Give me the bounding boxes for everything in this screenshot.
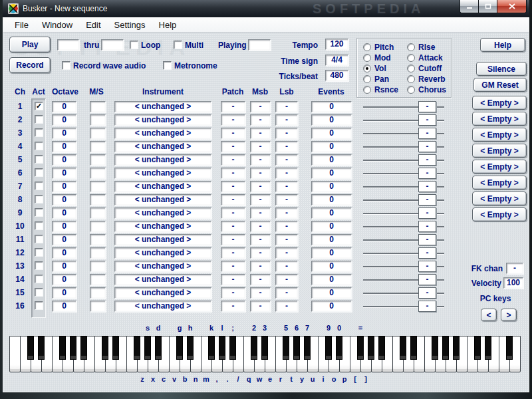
- instrument-field-ch9[interactable]: < unchanged >: [114, 207, 211, 219]
- octave-field-ch10[interactable]: 0: [52, 221, 76, 232]
- black-key-46[interactable]: [506, 336, 513, 360]
- ms-field-ch12[interactable]: [90, 247, 106, 259]
- ms-field-ch14[interactable]: [90, 274, 106, 285]
- black-key-25[interactable]: [283, 336, 289, 360]
- instrument-field-ch15[interactable]: < unchanged >: [114, 287, 211, 299]
- empty-slot-button-6[interactable]: < Empty >: [472, 176, 527, 190]
- fk-chan-field[interactable]: -: [506, 263, 523, 274]
- radio-chorus[interactable]: [407, 86, 415, 94]
- black-key-22[interactable]: [251, 336, 257, 360]
- octave-field-ch3[interactable]: 0: [52, 128, 76, 139]
- black-key-32[interactable]: [357, 336, 364, 360]
- ms-field-ch1[interactable]: [90, 101, 106, 112]
- controller-slider-thumb-ch12[interactable]: -: [418, 247, 436, 259]
- act-checkbox-ch6[interactable]: [35, 168, 43, 177]
- instrument-field-ch5[interactable]: < unchanged >: [114, 154, 211, 166]
- empty-slot-button-3[interactable]: < Empty >: [472, 128, 527, 142]
- act-checkbox-ch8[interactable]: [35, 195, 43, 203]
- black-key-41[interactable]: [453, 336, 460, 360]
- radio-pan[interactable]: [363, 75, 371, 83]
- act-checkbox-ch16[interactable]: [35, 301, 43, 310]
- act-checkbox-ch11[interactable]: [35, 235, 43, 243]
- minimize-button[interactable]: [460, 0, 478, 13]
- ms-field-ch4[interactable]: [90, 141, 106, 152]
- black-key-5[interactable]: [70, 336, 76, 360]
- pc-keys-prev-button[interactable]: <: [481, 309, 497, 321]
- controller-slider-thumb-ch10[interactable]: -: [418, 221, 436, 232]
- octave-field-ch1[interactable]: 0: [52, 101, 76, 112]
- radio-mod[interactable]: [363, 54, 371, 62]
- black-key-23[interactable]: [261, 336, 268, 360]
- black-key-37[interactable]: [410, 336, 417, 360]
- black-key-8[interactable]: [102, 336, 108, 360]
- black-key-15[interactable]: [176, 336, 183, 360]
- instrument-field-ch12[interactable]: < unchanged >: [114, 247, 211, 259]
- record-button[interactable]: Record: [9, 57, 51, 73]
- octave-field-ch4[interactable]: 0: [52, 141, 76, 152]
- act-checkbox-ch4[interactable]: [35, 142, 43, 150]
- ms-field-ch16[interactable]: [90, 301, 106, 312]
- octave-field-ch12[interactable]: 0: [52, 247, 76, 259]
- radio-rlse[interactable]: [407, 43, 415, 51]
- thru-field[interactable]: [101, 39, 124, 51]
- instrument-field-ch14[interactable]: < unchanged >: [114, 274, 211, 285]
- controller-slider-thumb-ch6[interactable]: -: [418, 168, 436, 179]
- ms-field-ch6[interactable]: [90, 168, 106, 179]
- black-key-30[interactable]: [336, 336, 342, 360]
- instrument-field-ch10[interactable]: < unchanged >: [114, 221, 211, 232]
- instrument-field-ch13[interactable]: < unchanged >: [114, 261, 211, 272]
- controller-slider-thumb-ch5[interactable]: -: [418, 154, 436, 166]
- silence-button[interactable]: Silence: [476, 62, 527, 76]
- instrument-field-ch1[interactable]: < unchanged >: [114, 101, 211, 112]
- controller-slider-thumb-ch3[interactable]: -: [418, 128, 436, 139]
- octave-field-ch9[interactable]: 0: [52, 207, 76, 219]
- controller-slider-thumb-ch8[interactable]: -: [418, 194, 436, 205]
- black-key-44[interactable]: [485, 336, 491, 360]
- radio-vol[interactable]: [363, 65, 371, 72]
- octave-field-ch7[interactable]: 0: [52, 181, 76, 192]
- black-key-6[interactable]: [80, 336, 87, 360]
- controller-slider-thumb-ch13[interactable]: -: [418, 261, 436, 272]
- ms-field-ch11[interactable]: [90, 234, 106, 245]
- black-key-36[interactable]: [400, 336, 406, 360]
- radio-cutoff[interactable]: [407, 65, 415, 72]
- ms-field-ch7[interactable]: [90, 181, 106, 192]
- act-checkbox-ch15[interactable]: [35, 288, 43, 297]
- maximize-button[interactable]: [478, 0, 497, 13]
- menu-item-window[interactable]: Window: [35, 18, 79, 32]
- black-key-29[interactable]: [325, 336, 332, 360]
- black-key-18[interactable]: [208, 336, 215, 360]
- black-key-33[interactable]: [368, 336, 374, 360]
- act-checkbox-ch7[interactable]: [35, 182, 43, 190]
- tempo-field[interactable]: 120: [325, 39, 348, 50]
- velocity-field[interactable]: 100: [503, 277, 523, 289]
- black-key-13[interactable]: [155, 336, 162, 360]
- black-key-16[interactable]: [187, 336, 194, 360]
- loop-checkbox[interactable]: [130, 41, 138, 49]
- ms-field-ch10[interactable]: [90, 221, 106, 232]
- instrument-field-ch2[interactable]: < unchanged >: [114, 114, 211, 126]
- black-key-20[interactable]: [229, 336, 236, 360]
- black-key-26[interactable]: [293, 336, 300, 360]
- ms-field-ch13[interactable]: [90, 261, 106, 272]
- black-key-4[interactable]: [59, 336, 66, 360]
- octave-field-ch13[interactable]: 0: [52, 261, 76, 272]
- controller-slider-thumb-ch15[interactable]: -: [418, 287, 436, 299]
- ms-field-ch15[interactable]: [90, 287, 106, 299]
- empty-slot-button-5[interactable]: < Empty >: [472, 160, 527, 174]
- act-checkbox-ch2[interactable]: [35, 115, 43, 124]
- black-key-12[interactable]: [144, 336, 151, 360]
- black-key-9[interactable]: [112, 336, 119, 360]
- timesign-field[interactable]: 4/4: [325, 55, 348, 66]
- instrument-field-ch8[interactable]: < unchanged >: [114, 194, 211, 205]
- menu-item-settings[interactable]: Settings: [108, 18, 152, 32]
- empty-slot-button-4[interactable]: < Empty >: [472, 144, 527, 158]
- radio-pitch[interactable]: [363, 43, 371, 51]
- ticks-field[interactable]: 480: [325, 70, 348, 81]
- act-checkbox-ch12[interactable]: [35, 248, 43, 257]
- controller-slider-thumb-ch9[interactable]: -: [418, 207, 436, 219]
- black-key-19[interactable]: [219, 336, 225, 360]
- ms-field-ch9[interactable]: [90, 207, 106, 219]
- controller-slider-thumb-ch2[interactable]: -: [418, 114, 436, 126]
- play-button[interactable]: Play: [9, 37, 51, 53]
